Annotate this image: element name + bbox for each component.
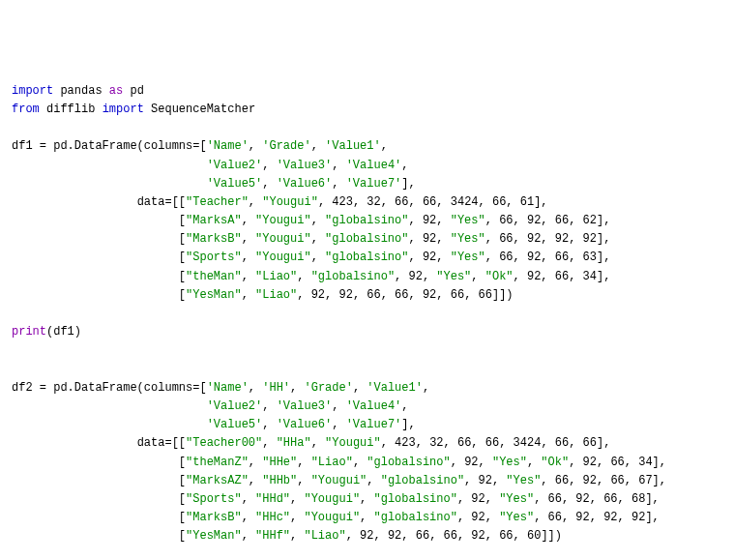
n: 66 (548, 511, 562, 524)
data-kw: data=[[ (137, 436, 186, 450)
n: 92 (583, 474, 597, 487)
col-v4: 'Value4' (346, 159, 402, 172)
col-v3: 'Value3' (277, 159, 333, 172)
v-yougui: "Yougui" (262, 195, 318, 209)
v-marksa: "MarksA" (186, 214, 242, 227)
n: 66 (499, 529, 513, 543)
mod-pandas: pandas (60, 84, 102, 98)
n: 92 (479, 474, 492, 487)
n: 3424 (451, 195, 479, 209)
n: 92 (471, 529, 484, 543)
df2-assign: df2 = pd.DataFrame(columns=[ (12, 381, 207, 395)
col-v4: 'Value4' (346, 399, 402, 413)
n: 62 (583, 214, 597, 227)
v-teacher00: "Teacher00" (186, 436, 262, 450)
col-v6: 'Value6' (277, 177, 333, 191)
kw-import: import (12, 84, 53, 98)
n: 34 (638, 456, 652, 469)
n: 66 (451, 288, 464, 302)
v-yesman: "YesMan" (186, 529, 242, 543)
v-sports: "Sports" (186, 492, 242, 506)
n: 92 (409, 270, 423, 283)
col-v7: 'Value7' (346, 418, 402, 431)
n: 66 (499, 251, 513, 264)
v-globalsino: "globalsino" (325, 232, 408, 246)
n: 92 (311, 288, 325, 302)
n: 92 (583, 232, 597, 246)
n: 92 (471, 511, 484, 524)
n: 92 (575, 492, 589, 506)
v-liao: "Liao" (304, 529, 345, 543)
n: 3424 (514, 436, 542, 450)
n: 92 (527, 214, 541, 227)
kw-as: as (109, 84, 123, 98)
n: 92 (527, 232, 541, 246)
col-v7: 'Value7' (346, 177, 402, 191)
v-liao: "Liao" (311, 456, 353, 469)
n: 423 (332, 195, 353, 209)
v-yougui: "Yougui" (311, 474, 367, 487)
v-globalsino: "globalsino" (373, 511, 456, 524)
v-sports: "Sports" (186, 251, 242, 264)
v-hhb: "HHb" (262, 474, 297, 487)
v-yes: "Yes" (499, 511, 534, 524)
v-marksb: "MarksB" (186, 511, 242, 524)
n: 66 (457, 436, 471, 450)
v-hhc: "HHc" (255, 511, 290, 524)
n: 66 (555, 251, 569, 264)
n: 92 (527, 251, 541, 264)
v-liao: "Liao" (255, 270, 297, 283)
n: 92 (338, 288, 352, 302)
n: 92 (423, 251, 436, 264)
v-yes: "Yes" (499, 492, 534, 506)
v-themanz: "theManZ" (186, 456, 249, 469)
class-seqmatcher: SequenceMatcher (151, 103, 255, 116)
code-block: import pandas as pd from difflib import … (12, 82, 722, 560)
n: 32 (429, 436, 443, 450)
n: 66 (603, 492, 617, 506)
v-yes: "Yes" (436, 270, 471, 283)
n: 68 (631, 492, 645, 506)
v-yes: "Yes" (451, 214, 485, 227)
col-name: 'Name' (207, 139, 249, 153)
n: 66 (555, 474, 569, 487)
v-globalsino: "globalsino" (311, 270, 395, 283)
v-theman: "theMan" (186, 270, 242, 283)
n: 66 (367, 288, 380, 302)
col-v5: 'Value5' (207, 177, 263, 191)
n: 92 (423, 214, 436, 227)
n: 66 (610, 474, 624, 487)
v-yes: "Yes" (492, 456, 527, 469)
n: 66 (479, 288, 492, 302)
v-globalsino: "globalsino" (373, 492, 456, 506)
v-globalsino: "globalsino" (325, 214, 408, 227)
v-yougui: "Yougui" (255, 214, 311, 227)
v-hha: "HHa" (277, 436, 311, 450)
v-globalsino: "globalsino" (367, 456, 450, 469)
v-yougui: "Yougui" (255, 232, 311, 246)
col-v1: 'Value1' (325, 139, 381, 153)
n: 32 (367, 195, 380, 209)
col-grade: 'Grade' (262, 139, 310, 153)
n: 66 (610, 456, 624, 469)
col-v1: 'Value1' (367, 381, 423, 395)
n: 92 (555, 232, 569, 246)
n: 61 (520, 195, 534, 209)
col-v2: 'Value2' (207, 159, 263, 172)
v-marksb: "MarksB" (186, 232, 242, 246)
v-ok: "Ok" (541, 456, 569, 469)
alias-pd: pd (130, 84, 143, 98)
n: 66 (416, 529, 429, 543)
v-yougui: "Yougui" (325, 436, 381, 450)
v-yougui: "Yougui" (255, 251, 311, 264)
data-kw: data=[[ (137, 195, 186, 209)
n: 92 (575, 511, 589, 524)
n: 92 (583, 456, 597, 469)
col-v6: 'Value6' (277, 418, 333, 431)
v-marksaz: "MarksAZ" (186, 474, 249, 487)
n: 66 (499, 214, 513, 227)
v-yougui: "Yougui" (304, 511, 360, 524)
n: 66 (548, 492, 562, 506)
n: 66 (492, 195, 506, 209)
n: 92 (423, 232, 436, 246)
